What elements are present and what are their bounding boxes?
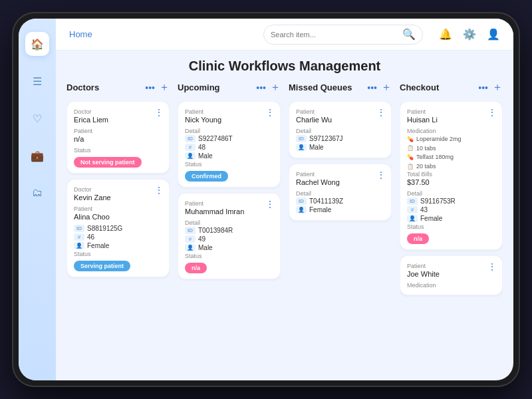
doc2-gender-value: Female <box>87 242 109 249</box>
missed-card-2: ⋮ Patient Rachel Wong Detail ID T0411139… <box>289 164 392 221</box>
person-icon: 👤 <box>74 242 84 249</box>
chk2-patient-name: Joe White <box>407 270 495 278</box>
card-menu-doc1[interactable]: ⋮ <box>154 107 164 118</box>
doc2-age-value: 46 <box>87 233 94 241</box>
search-bar[interactable]: 🔍 <box>263 25 423 45</box>
mis1-detail-gender: 👤 Male <box>296 144 384 151</box>
card-menu-mis2[interactable]: ⋮ <box>376 170 386 180</box>
hash-icon-up1: # <box>185 144 196 151</box>
chk1-med4-text: 20 tabs <box>416 162 436 171</box>
doc1-status-badge: Not serving patient <box>74 157 142 168</box>
id-icon: ID <box>74 225 84 232</box>
person-icon-up1: 👤 <box>185 152 196 160</box>
doc2-status-badge: Serving patient <box>74 261 130 271</box>
doc2-detail-id: ID S8819125G <box>74 225 162 232</box>
column-title-doctors: Doctors <box>66 82 99 92</box>
up2-detail-age: # 49 <box>185 235 273 243</box>
sidebar-icon-briefcase[interactable]: 💼 <box>25 144 49 168</box>
doc2-status-label: Status <box>74 251 162 257</box>
chk1-patient-label: Patient <box>407 108 495 115</box>
column-add-upcoming[interactable]: ＋ <box>270 80 281 94</box>
chk1-detail-label: Detail <box>407 190 495 197</box>
card-menu-up2[interactable]: ⋮ <box>265 199 275 209</box>
doc2-patient-name: Alina Choo <box>74 213 162 221</box>
column-actions-upcoming: ••• ＋ <box>256 80 281 94</box>
card-menu-mis1[interactable]: ⋮ <box>376 107 386 118</box>
mis1-detail-label: Detail <box>296 128 384 134</box>
up2-detail-label: Detail <box>185 219 273 226</box>
doctors-scroll: ⋮ Doctor Erica Liem Patient n/a Status N… <box>66 101 170 372</box>
doc2-doctor-name: Kevin Zane <box>74 194 162 201</box>
tab2-icon: 📋 <box>407 164 414 170</box>
tablet-screen: 🏠 ☰ ♡ 💼 🗂 Home 🔍 🔔 ⚙️ 👤 <box>19 19 513 380</box>
card-menu-chk1[interactable]: ⋮ <box>487 107 497 118</box>
main-content: Home 🔍 🔔 ⚙️ 👤 Clinic Workflows Managemen… <box>56 19 513 380</box>
doctor-card-1: ⋮ Doctor Erica Liem Patient n/a Status N… <box>66 101 170 174</box>
chk1-detail-id: ID S9116753R <box>407 198 495 205</box>
mis1-patient-label: Patient <box>296 108 384 115</box>
column-missed: Missed Queues ••• ＋ ⋮ Patient Charlie Wu… <box>289 79 392 372</box>
card-menu-doc2[interactable]: ⋮ <box>154 185 164 196</box>
chk1-status-badge: n/a <box>407 233 429 244</box>
columns-area: Doctors ••• ＋ ⋮ Doctor Erica Liem Patien… <box>56 79 513 380</box>
chk1-age-value: 43 <box>420 206 428 213</box>
person-icon-mis2: 👤 <box>296 206 307 213</box>
up2-age-value: 49 <box>198 235 205 243</box>
column-menu-doctors[interactable]: ••• <box>145 82 155 93</box>
up2-detail-id: ID T0013984R <box>185 227 273 234</box>
id-icon-up1: ID <box>185 135 196 142</box>
chk1-bills-value: $37.50 <box>407 178 495 186</box>
page-title: Clinic Workflows Management <box>56 51 513 79</box>
chk1-detail-age: # 43 <box>407 206 495 213</box>
pill-icon: 💊 <box>407 136 414 142</box>
nav-icons: 🔔 ⚙️ 👤 <box>439 28 500 41</box>
id-icon-mis2: ID <box>296 198 307 205</box>
checkout-card-2: ⋮ Patient Joe White Medication <box>400 255 503 295</box>
card-menu-chk2[interactable]: ⋮ <box>487 261 497 272</box>
user-icon[interactable]: 👤 <box>487 28 500 41</box>
chk1-status-label: Status <box>407 223 495 230</box>
chk1-med-label: Medication <box>407 128 495 134</box>
chk1-med2-text: 10 tabs <box>416 144 436 153</box>
sidebar-icon-folder[interactable]: 🗂 <box>25 181 49 205</box>
sidebar-icon-home[interactable]: 🏠 <box>25 32 49 56</box>
missed-scroll: ⋮ Patient Charlie Wu Detail ID S9712367J… <box>289 101 392 372</box>
mis1-id-value: S9712367J <box>309 135 343 142</box>
chk2-med-label: Medication <box>407 282 495 289</box>
sidebar-icon-heart[interactable]: ♡ <box>25 106 49 130</box>
mis2-detail-gender: 👤 Female <box>296 206 384 213</box>
checkout-card-1: ⋮ Patient Huisan Li Medication 💊 Loperam… <box>400 101 503 250</box>
nav-home-link[interactable]: Home <box>69 29 92 39</box>
doc1-patient-name: n/a <box>74 135 162 143</box>
column-actions-doctors: ••• ＋ <box>145 80 170 94</box>
search-icon: 🔍 <box>402 28 416 41</box>
up1-detail-gender: 👤 Male <box>185 152 273 160</box>
column-header-checkout: Checkout ••• ＋ <box>400 79 503 96</box>
id-icon-up2: ID <box>185 227 196 234</box>
up2-detail-gender: 👤 Male <box>185 244 273 251</box>
column-menu-upcoming[interactable]: ••• <box>256 82 266 93</box>
column-add-missed[interactable]: ＋ <box>381 80 392 94</box>
pill2-icon: 💊 <box>407 154 414 160</box>
column-add-checkout[interactable]: ＋ <box>492 80 503 94</box>
gear-icon[interactable]: ⚙️ <box>463 28 476 41</box>
column-menu-missed[interactable]: ••• <box>367 82 377 93</box>
doc2-doctor-label: Doctor <box>74 186 162 193</box>
search-input[interactable] <box>271 31 398 39</box>
column-menu-checkout[interactable]: ••• <box>478 82 488 93</box>
sidebar-icon-list[interactable]: ☰ <box>25 69 49 93</box>
mis2-id-value: T0411139Z <box>309 198 343 205</box>
card-menu-up1[interactable]: ⋮ <box>265 107 275 118</box>
doc2-id-value: S8819125G <box>87 225 122 232</box>
column-add-doctors[interactable]: ＋ <box>159 80 170 94</box>
up2-id-value: T0013984R <box>198 227 233 234</box>
chk1-med1: 💊 Loperamide 2mg <box>407 135 495 144</box>
doc1-patient-label: Patient <box>74 128 162 134</box>
chk2-patient-label: Patient <box>407 263 495 269</box>
up2-gender-value: Male <box>198 244 213 251</box>
tab-icon: 📋 <box>407 145 414 151</box>
person-icon-mis1: 👤 <box>296 144 307 151</box>
bell-icon[interactable]: 🔔 <box>439 28 452 41</box>
column-upcoming: Upcoming ••• ＋ ⋮ Patient Nick Young Deta… <box>178 79 281 372</box>
missed-card-1: ⋮ Patient Charlie Wu Detail ID S9712367J… <box>289 101 392 158</box>
